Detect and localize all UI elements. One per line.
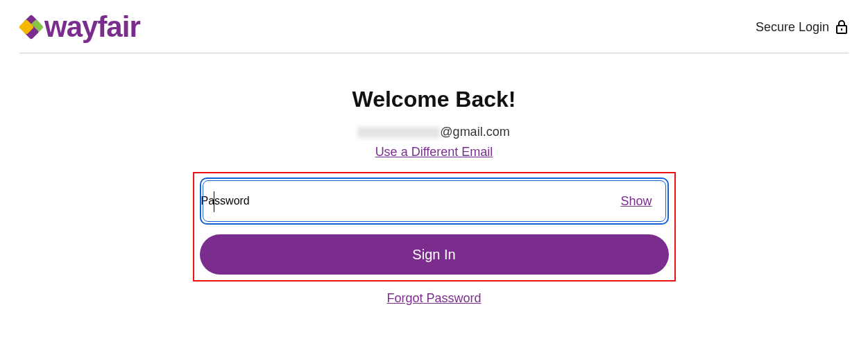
password-field[interactable]: Password Show [200, 177, 669, 225]
password-label: Password [201, 195, 250, 207]
forgot-password-link[interactable]: Forgot Password [386, 291, 481, 306]
text-caret [214, 191, 214, 212]
sign-in-button[interactable]: Sign In [200, 234, 669, 275]
email-domain: @gmail.com [440, 125, 509, 139]
use-different-email-link[interactable]: Use a Different Email [375, 145, 493, 159]
header: wayfair Secure Login [0, 0, 868, 53]
secure-login-label: Secure Login [756, 19, 849, 35]
brand-logo[interactable]: wayfair [19, 12, 140, 42]
login-form: Welcome Back! @gmail.com Use a Different… [0, 53, 868, 306]
secure-login-text: Secure Login [756, 20, 829, 35]
wayfair-petals-icon [19, 15, 43, 39]
lock-icon [835, 19, 849, 35]
email-username-redacted [358, 127, 440, 138]
brand-name: wayfair [44, 12, 140, 42]
annotation-highlight-box: Password Show Sign In [193, 172, 676, 281]
email-display: @gmail.com [358, 125, 509, 139]
welcome-heading: Welcome Back! [352, 87, 516, 112]
show-password-toggle[interactable]: Show [620, 194, 652, 209]
password-input[interactable] [250, 179, 621, 223]
